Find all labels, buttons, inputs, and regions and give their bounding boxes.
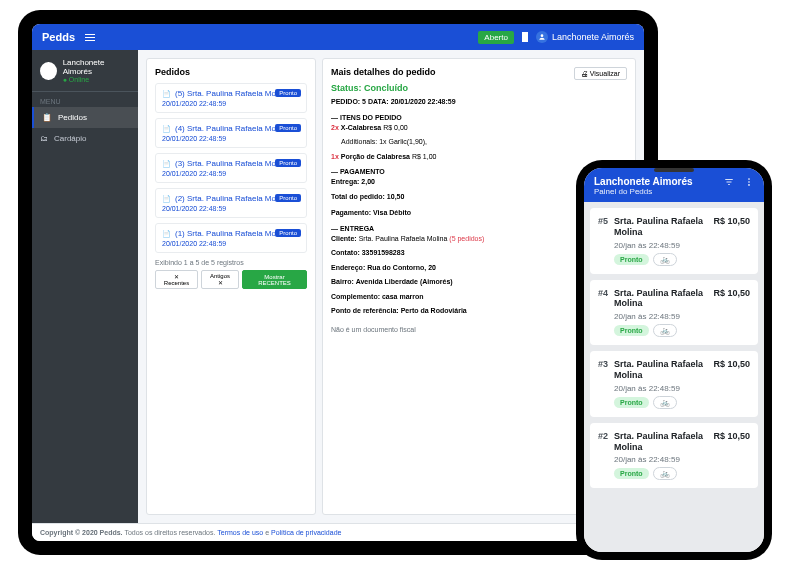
forma-pagamento: Pagamento: Visa Débito bbox=[331, 209, 411, 216]
status-chip[interactable]: Pronto bbox=[614, 397, 649, 408]
order-datetime: 20/jan às 22:48:59 bbox=[614, 455, 707, 464]
sec-itens: — ITENS DO PEDIDO bbox=[331, 114, 627, 121]
tablet-frame: Pedds Aberto Lanchonete Aimorés Lanchone… bbox=[18, 10, 658, 555]
more-icon[interactable] bbox=[744, 177, 754, 187]
status-chip[interactable]: Pronto bbox=[614, 468, 649, 479]
order-date: 20/01/2020 22:48:59 bbox=[162, 205, 300, 212]
orders-footer: Exibindo 1 a 5 de 5 registros bbox=[155, 259, 307, 266]
doc-icon: 📄 bbox=[162, 90, 171, 98]
detail-status: Status: Concluído bbox=[331, 83, 627, 93]
sidebar-item-pedidos[interactable]: 📋 Pedidos bbox=[32, 107, 138, 128]
phone-frame: Lanchonete Aimorés Painel do Pedds #5Srt… bbox=[576, 160, 772, 560]
order-name: (3) Srta. Paulina Rafaela Molina bbox=[175, 159, 288, 168]
phone-appbar: Lanchonete Aimorés Painel do Pedds bbox=[584, 168, 764, 202]
delivery-icon[interactable]: 🚲 bbox=[653, 253, 677, 266]
bairro: Bairro: Avenida Liberdade (Aimorés) bbox=[331, 278, 453, 285]
sidebar-user[interactable]: Lanchonete Aimorés ● Online bbox=[32, 50, 138, 92]
phone-order-card[interactable]: #4Srta. Paulina Rafaela Molina20/jan às … bbox=[590, 280, 758, 346]
terms-link[interactable]: Termos de uso bbox=[217, 529, 263, 536]
item-1-add: Additionals: 1x Garlic(1,90), bbox=[331, 137, 627, 148]
order-datetime: 20/jan às 22:48:59 bbox=[614, 384, 707, 393]
order-row[interactable]: 📄(2) Srta. Paulina Rafaela Molina20/01/2… bbox=[155, 188, 307, 218]
sidebar-status: ● Online bbox=[63, 76, 130, 83]
filter-icon[interactable] bbox=[724, 177, 734, 187]
order-name: (4) Srta. Paulina Rafaela Molina bbox=[175, 124, 288, 133]
svg-point-2 bbox=[748, 181, 750, 183]
main-content: Pedidos 📄(5) Srta. Paulina Rafaela Molin… bbox=[138, 50, 644, 523]
phone-order-card[interactable]: #3Srta. Paulina Rafaela Molina20/jan às … bbox=[590, 351, 758, 417]
phone-order-list[interactable]: #5Srta. Paulina Rafaela Molina20/jan às … bbox=[584, 202, 764, 552]
phone-order-card[interactable]: #5Srta. Paulina Rafaela Molina20/jan às … bbox=[590, 208, 758, 274]
brand: Pedds bbox=[42, 31, 75, 43]
menu-icon: 🗂 bbox=[40, 134, 48, 143]
order-row[interactable]: 📄(1) Srta. Paulina Rafaela Molina20/01/2… bbox=[155, 223, 307, 253]
order-number: #4 bbox=[598, 288, 608, 338]
referencia: Ponto de referência: Perto da Rodoviária bbox=[331, 307, 467, 314]
orders-title: Pedidos bbox=[155, 67, 307, 77]
status-badge: Pronto bbox=[275, 194, 301, 202]
order-number: #5 bbox=[598, 216, 608, 266]
doc-icon: 📄 bbox=[162, 195, 171, 203]
user-menu[interactable]: Lanchonete Aimorés bbox=[536, 31, 634, 43]
order-date: 20/01/2020 22:48:59 bbox=[162, 170, 300, 177]
phone-order-card[interactable]: #2Srta. Paulina Rafaela Molina20/jan às … bbox=[590, 423, 758, 489]
toggle-icon[interactable] bbox=[522, 32, 528, 42]
status-badge: Pronto bbox=[275, 229, 301, 237]
order-row[interactable]: 📄(4) Srta. Paulina Rafaela Molina20/01/2… bbox=[155, 118, 307, 148]
svg-point-1 bbox=[748, 178, 750, 180]
phone-screen: Lanchonete Aimorés Painel do Pedds #5Srt… bbox=[584, 168, 764, 552]
filter-recentes[interactable]: ✕ Recentes bbox=[155, 270, 198, 289]
order-name: (2) Srta. Paulina Rafaela Molina bbox=[175, 194, 288, 203]
item-2: 1x Porção de Calabresa R$ 1,00 bbox=[331, 152, 627, 163]
customer-name: Srta. Paulina Rafaela Molina bbox=[614, 431, 707, 453]
order-number: #3 bbox=[598, 359, 608, 409]
order-row[interactable]: 📄(5) Srta. Paulina Rafaela Molina20/01/2… bbox=[155, 83, 307, 113]
sidebar: Lanchonete Aimorés ● Online MENU 📋 Pedid… bbox=[32, 50, 138, 523]
svg-point-0 bbox=[541, 34, 544, 37]
user-name: Lanchonete Aimorés bbox=[552, 32, 634, 42]
user-avatar-icon bbox=[536, 31, 548, 43]
topbar: Pedds Aberto Lanchonete Aimorés bbox=[32, 24, 644, 50]
order-price: R$ 10,50 bbox=[713, 288, 750, 338]
total: Total do pedido: 10,50 bbox=[331, 193, 404, 200]
status-badge: Pronto bbox=[275, 124, 301, 132]
customer-name: Srta. Paulina Rafaela Molina bbox=[614, 288, 707, 310]
order-row[interactable]: 📄(3) Srta. Paulina Rafaela Molina20/01/2… bbox=[155, 153, 307, 183]
doc-icon: 📄 bbox=[162, 230, 171, 238]
delivery-icon[interactable]: 🚲 bbox=[653, 467, 677, 480]
view-button[interactable]: 🖨 Visualizar bbox=[574, 67, 627, 80]
contato: Contato: 33591598283 bbox=[331, 249, 405, 256]
customer-name: Srta. Paulina Rafaela Molina bbox=[614, 359, 707, 381]
order-datetime: 20/jan às 22:48:59 bbox=[614, 241, 707, 250]
phone-notch bbox=[654, 168, 694, 172]
order-name: (1) Srta. Paulina Rafaela Molina bbox=[175, 229, 288, 238]
filter-antigos[interactable]: Antigos ✕ bbox=[201, 270, 239, 289]
delivery-icon[interactable]: 🚲 bbox=[653, 324, 677, 337]
detail-meta: PEDIDO: 5 DATA: 20/01/2020 22:48:59 bbox=[331, 98, 456, 105]
menu-label: MENU bbox=[32, 92, 138, 107]
order-name: (5) Srta. Paulina Rafaela Molina bbox=[175, 89, 288, 98]
order-price: R$ 10,50 bbox=[713, 431, 750, 481]
item-1: 2x X-Calabresa R$ 0,00 bbox=[331, 123, 627, 134]
svg-point-3 bbox=[748, 184, 750, 186]
order-date: 20/01/2020 22:48:59 bbox=[162, 100, 300, 107]
doc-icon: 📄 bbox=[162, 125, 171, 133]
filter-mostrar[interactable]: Mostrar RECENTES bbox=[242, 270, 307, 289]
endereco: Endereço: Rua do Contorno, 20 bbox=[331, 264, 436, 271]
privacy-link[interactable]: Política de privacidade bbox=[271, 529, 341, 536]
tablet-screen: Pedds Aberto Lanchonete Aimorés Lanchone… bbox=[32, 24, 644, 541]
open-status-badge[interactable]: Aberto bbox=[478, 31, 514, 44]
status-chip[interactable]: Pronto bbox=[614, 254, 649, 265]
delivery-icon[interactable]: 🚲 bbox=[653, 396, 677, 409]
menu-toggle-icon[interactable] bbox=[85, 34, 95, 41]
status-chip[interactable]: Pronto bbox=[614, 325, 649, 336]
phone-title: Lanchonete Aimorés bbox=[594, 176, 693, 187]
order-price: R$ 10,50 bbox=[713, 359, 750, 409]
order-date: 20/01/2020 22:48:59 bbox=[162, 135, 300, 142]
sidebar-user-name: Lanchonete Aimorés bbox=[63, 58, 130, 76]
order-number: #2 bbox=[598, 431, 608, 481]
orders-icon: 📋 bbox=[42, 113, 52, 122]
sidebar-item-cardapio[interactable]: 🗂 Cardápio bbox=[32, 128, 138, 149]
sidebar-avatar-icon bbox=[40, 62, 57, 80]
entrega: Entrega: 2,00 bbox=[331, 178, 375, 185]
